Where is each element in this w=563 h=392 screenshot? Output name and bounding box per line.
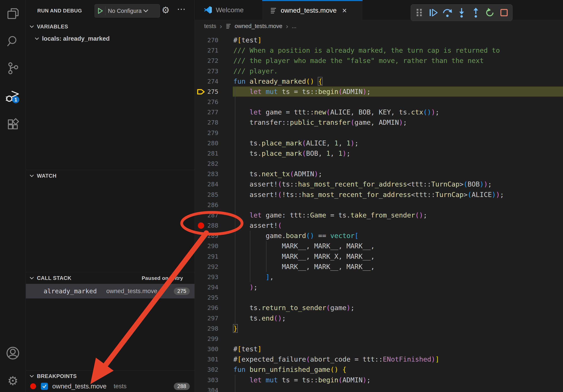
code-line-283[interactable]: 283 ts.next_tx(ADMIN); (195, 169, 563, 179)
code-line-286[interactable]: 286 (195, 200, 563, 210)
breakpoints-section-header[interactable]: BREAKPOINTS (29, 372, 77, 381)
call-stack-section-header[interactable]: CALL STACK Paused on entry (29, 274, 191, 283)
chevron-down-icon (29, 174, 34, 177)
line-number[interactable]: 276 (203, 97, 218, 107)
check-icon (42, 384, 47, 389)
code-line-292[interactable]: 292 MARK__, MARK__, MARK__, (195, 261, 563, 272)
account-icon[interactable] (3, 343, 23, 363)
frame-file: owned_tests.move (106, 287, 157, 295)
code-line-300[interactable]: 300#[test] (195, 344, 563, 354)
code-line-272[interactable]: 272/// the player who made the "false" m… (195, 55, 563, 66)
line-number[interactable]: 291 (203, 251, 218, 262)
line-number[interactable]: 285 (203, 189, 218, 200)
explorer-icon[interactable] (3, 4, 23, 23)
code-line-284[interactable]: 284 assert!(ts::has_most_recent_for_addr… (195, 179, 563, 189)
line-number[interactable]: 282 (203, 158, 218, 169)
code-line-294[interactable]: 294 ); (195, 282, 563, 292)
code-line-298[interactable]: 298} (195, 323, 563, 334)
line-number[interactable]: 293 (203, 272, 218, 282)
line-number[interactable]: 287 (203, 210, 218, 221)
line-number[interactable]: 283 (203, 169, 218, 179)
source-control-icon[interactable] (3, 59, 23, 78)
code-line-293[interactable]: 293 ], (195, 272, 563, 282)
line-number[interactable]: 280 (203, 138, 218, 148)
code-line-271[interactable]: 271/// When a position is already marked… (195, 45, 563, 56)
line-number[interactable]: 278 (203, 117, 218, 128)
line-number[interactable]: 296 (203, 303, 218, 313)
line-number[interactable]: 295 (203, 292, 218, 303)
line-number[interactable]: 286 (203, 200, 218, 210)
breakpoint-list-row[interactable]: owned_tests.move tests 288 (26, 380, 194, 392)
line-number[interactable]: 303 (203, 375, 218, 385)
code-line-304[interactable]: 304 (195, 385, 563, 392)
breakpoint-checkbox[interactable] (41, 383, 48, 390)
line-number[interactable]: 281 (203, 148, 218, 159)
start-debug-icon[interactable] (97, 8, 103, 14)
line-number[interactable]: 304 (203, 385, 218, 392)
code-line-291[interactable]: 291 MARK__, MARK_X, MARK__, (195, 251, 563, 262)
line-number[interactable]: 300 (203, 344, 218, 354)
code-line-285[interactable]: 285 assert!(!ts::has_most_recent_for_add… (195, 189, 563, 200)
line-number[interactable]: 275 (203, 86, 218, 97)
line-number[interactable]: 273 (203, 66, 218, 76)
extensions-icon[interactable] (3, 114, 23, 134)
line-number[interactable]: 297 (203, 313, 218, 324)
code-line-281[interactable]: 281 ts.place_mark(BOB, 1, 1); (195, 148, 563, 159)
watch-section-header[interactable]: WATCH (29, 171, 56, 180)
settings-gear-icon[interactable]: ⚙ (3, 371, 23, 391)
line-number[interactable]: 294 (203, 282, 218, 292)
line-number[interactable]: 299 (203, 334, 218, 344)
code-line-289[interactable]: 289 game.board() == vector[ (195, 231, 563, 241)
code-line-297[interactable]: 297 ts.end(); (195, 313, 563, 324)
code-editor[interactable]: 270#[test]271/// When a position is alre… (195, 0, 563, 392)
chevron-down-icon (29, 276, 34, 280)
line-number[interactable]: 290 (203, 241, 218, 251)
code-line-301[interactable]: 301#[expected_failure(abort_code = ttt::… (195, 354, 563, 365)
line-number[interactable]: 302 (203, 364, 218, 375)
code-line-276[interactable]: 276 (195, 97, 563, 107)
line-number[interactable]: 292 (203, 261, 218, 272)
more-actions-icon[interactable]: ⋯ (177, 4, 186, 14)
line-number[interactable]: 301 (203, 354, 218, 365)
line-number[interactable]: 274 (203, 76, 218, 87)
line-number[interactable]: 288 (203, 220, 218, 231)
code-line-270[interactable]: 270#[test] (195, 35, 563, 45)
line-number[interactable]: 289 (203, 231, 218, 241)
code-line-277[interactable]: 277 let game = ttt::new(ALICE, BOB, KEY,… (195, 107, 563, 118)
sidebar-title: RUN AND DEBUG (37, 0, 82, 21)
line-text: fun already_marked() { (233, 76, 322, 87)
line-text: ts.place_mark(BOB, 1, 1); (233, 148, 351, 159)
debug-settings-gear-icon[interactable]: ⚙ (162, 6, 170, 15)
line-number[interactable]: 298 (203, 323, 218, 334)
code-line-302[interactable]: 302fun burn_unfinished_game() { (195, 364, 563, 375)
code-line-275[interactable]: 275 let mut ts = ts::begin(ADMIN); (195, 86, 563, 97)
code-line-295[interactable]: 295 (195, 292, 563, 303)
line-number[interactable]: 270 (203, 35, 218, 45)
search-icon[interactable] (3, 32, 23, 51)
debug-config-dropdown[interactable]: No Configura (94, 4, 160, 18)
code-line-296[interactable]: 296 ts.return_to_sender(game); (195, 303, 563, 313)
locals-tree-item[interactable]: locals: already_marked (35, 35, 110, 42)
code-line-273[interactable]: 273/// player. (195, 66, 563, 76)
code-line-280[interactable]: 280 ts.place_mark(ALICE, 1, 1); (195, 138, 563, 148)
line-number[interactable]: 279 (203, 128, 218, 138)
variables-section-header[interactable]: VARIABLES (29, 22, 68, 31)
line-text: let mut ts = ts::begin(ADMIN); (233, 86, 371, 97)
line-number[interactable]: 277 (203, 107, 218, 118)
code-line-282[interactable]: 282 (195, 158, 563, 169)
line-number[interactable]: 272 (203, 55, 218, 66)
code-line-274[interactable]: 274fun already_marked() { (195, 76, 563, 87)
code-line-299[interactable]: 299 (195, 334, 563, 344)
code-line-287[interactable]: 287 let game: ttt::Game = ts.take_from_s… (195, 210, 563, 221)
code-line-303[interactable]: 303 let mut ts = ts::begin(ADMIN); (195, 375, 563, 385)
run-and-debug-icon[interactable]: 1 (3, 87, 23, 106)
chevron-down-icon (29, 25, 34, 28)
line-number[interactable]: 271 (203, 45, 218, 56)
code-line-290[interactable]: 290 MARK__, MARK__, MARK__, (195, 241, 563, 251)
breakpoint-dot-icon (30, 383, 36, 389)
code-line-278[interactable]: 278 transfer::public_transfer(game, ADMI… (195, 117, 563, 128)
code-line-288[interactable]: 288 assert!( (195, 220, 563, 231)
code-line-279[interactable]: 279 (195, 128, 563, 138)
call-stack-frame-row[interactable]: already_marked owned_tests.move 275 (26, 284, 194, 299)
line-number[interactable]: 284 (203, 179, 218, 189)
